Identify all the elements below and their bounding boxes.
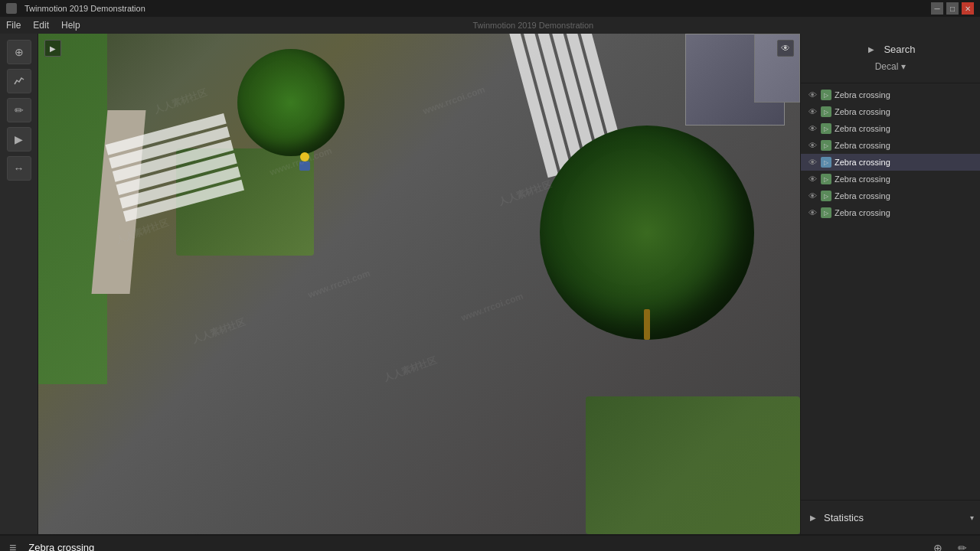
header-center-label: Twinmotion 2019 Demonstration — [93, 21, 974, 30]
title-bar-left: Twinmotion 2019 Demonstration — [6, 3, 145, 14]
grass-left — [38, 34, 107, 384]
statistics-section: ▶ Statistics ▾ — [801, 500, 980, 534]
graph-tool-button[interactable] — [7, 69, 31, 93]
search-play-button[interactable]: ▶ — [865, 43, 877, 55]
main-layout: ⊕ ✏ ▶ ↔ — [0, 34, 980, 534]
asset-name-label: Zebra crossing — [835, 191, 890, 201]
viewport-overlay — [38, 34, 800, 57]
asset-visibility-icon[interactable]: 👁 — [807, 123, 818, 134]
decal-label: Decal — [875, 61, 899, 72]
bottom-menu-icon[interactable]: ≡ — [9, 541, 16, 552]
tree-top — [237, 49, 345, 156]
asset-type-icon: ▷ — [821, 207, 831, 218]
bottom-panel: ≡ Zebra crossing ⊕ ✏ 1.0 Size — [0, 534, 980, 551]
asset-name-label: Zebra crossing — [835, 107, 890, 116]
asset-item[interactable]: 👁 ▷ Zebra crossing — [801, 137, 980, 154]
bottom-pencil-icon[interactable]: ✏ — [954, 540, 971, 552]
asset-visibility-icon[interactable]: 👁 — [807, 157, 818, 168]
statistics-arrow-icon: ▾ — [970, 514, 974, 522]
asset-type-icon: ▷ — [821, 157, 831, 168]
asset-type-icon: ▷ — [821, 90, 831, 100]
decal-arrow: ▾ — [901, 61, 906, 72]
asset-visibility-icon[interactable]: 👁 — [807, 90, 818, 100]
asset-list: 👁 ▷ Zebra crossing 👁 ▷ Zebra crossing 👁 … — [801, 83, 980, 500]
decal-dropdown[interactable]: Decal ▾ — [807, 61, 974, 72]
bottom-toolbar: ≡ Zebra crossing ⊕ ✏ — [0, 536, 980, 551]
asset-name-label: Zebra crossing — [835, 174, 890, 184]
asset-name-label: Zebra crossing — [835, 208, 890, 217]
asset-item[interactable]: 👁 ▷ Zebra crossing — [801, 171, 980, 187]
asset-type-icon: ▷ — [821, 106, 831, 117]
search-section: ▶ Search Decal ▾ — [801, 34, 980, 83]
play-tool-button[interactable]: ▶ — [7, 127, 31, 152]
asset-type-icon: ▷ — [821, 123, 831, 134]
grass-patch-2 — [586, 396, 800, 534]
asset-name-label: Zebra crossing — [835, 141, 890, 150]
asset-type-icon: ▷ — [821, 140, 831, 151]
asset-visibility-icon[interactable]: 👁 — [807, 207, 818, 218]
right-panel: ▶ Search Decal ▾ 👁 ▷ Zebra crossing 👁 ▷ … — [800, 34, 980, 534]
menu-file[interactable]: File — [6, 20, 21, 31]
palm-tree — [540, 126, 754, 340]
asset-name-label: Zebra crossing — [835, 124, 890, 133]
title-bar: Twinmotion 2019 Demonstration ─ □ ✕ — [0, 0, 980, 17]
bottom-item-name: Zebra crossing — [28, 542, 922, 551]
asset-item[interactable]: 👁 ▷ Zebra crossing — [801, 120, 980, 137]
brush-tool-button[interactable]: ✏ — [7, 98, 31, 122]
search-header: ▶ Search — [807, 40, 974, 61]
left-toolbar: ⊕ ✏ ▶ ↔ — [0, 34, 38, 534]
close-button[interactable]: ✕ — [962, 2, 974, 15]
move-tool-button[interactable]: ⊕ — [7, 40, 31, 64]
menu-edit[interactable]: Edit — [33, 20, 49, 31]
menu-help[interactable]: Help — [61, 20, 80, 31]
asset-visibility-icon[interactable]: 👁 — [807, 106, 818, 117]
statistics-label: Statistics — [824, 512, 965, 523]
asset-item[interactable]: 👁 ▷ Zebra crossing — [801, 86, 980, 103]
app-icon — [6, 3, 17, 14]
title-bar-controls[interactable]: ─ □ ✕ — [931, 2, 974, 15]
arrow-tool-button[interactable]: ↔ — [7, 156, 31, 181]
viewport-background: 人人素材社区 www.rrcoi.com 人人素材社区 www.rrcoi.co… — [38, 34, 800, 534]
person-figure — [299, 152, 311, 171]
asset-name-label: Zebra crossing — [835, 158, 890, 167]
minimize-button[interactable]: ─ — [931, 2, 943, 15]
asset-name-label: Zebra crossing — [835, 90, 890, 99]
asset-item[interactable]: 👁 ▷ Zebra crossing — [801, 204, 980, 221]
search-label: Search — [884, 44, 915, 55]
asset-item-active[interactable]: 👁 ▷ Zebra crossing — [801, 154, 980, 171]
statistics-play-button[interactable]: ▶ — [807, 511, 819, 523]
menu-bar: File Edit Help Twinmotion 2019 Demonstra… — [0, 17, 980, 34]
asset-item[interactable]: 👁 ▷ Zebra crossing — [801, 103, 980, 120]
asset-visibility-icon[interactable]: 👁 — [807, 140, 818, 151]
asset-visibility-icon[interactable]: 👁 — [807, 191, 818, 201]
maximize-button[interactable]: □ — [946, 2, 959, 15]
asset-item[interactable]: 👁 ▷ Zebra crossing — [801, 187, 980, 204]
viewport: 人人素材社区 www.rrcoi.com 人人素材社区 www.rrcoi.co… — [38, 34, 800, 534]
asset-visibility-icon[interactable]: 👁 — [807, 174, 818, 184]
bottom-move-icon[interactable]: ⊕ — [929, 540, 946, 552]
asset-type-icon: ▷ — [821, 174, 831, 184]
asset-type-icon: ▷ — [821, 191, 831, 201]
window-title: Twinmotion 2019 Demonstration — [24, 4, 145, 13]
